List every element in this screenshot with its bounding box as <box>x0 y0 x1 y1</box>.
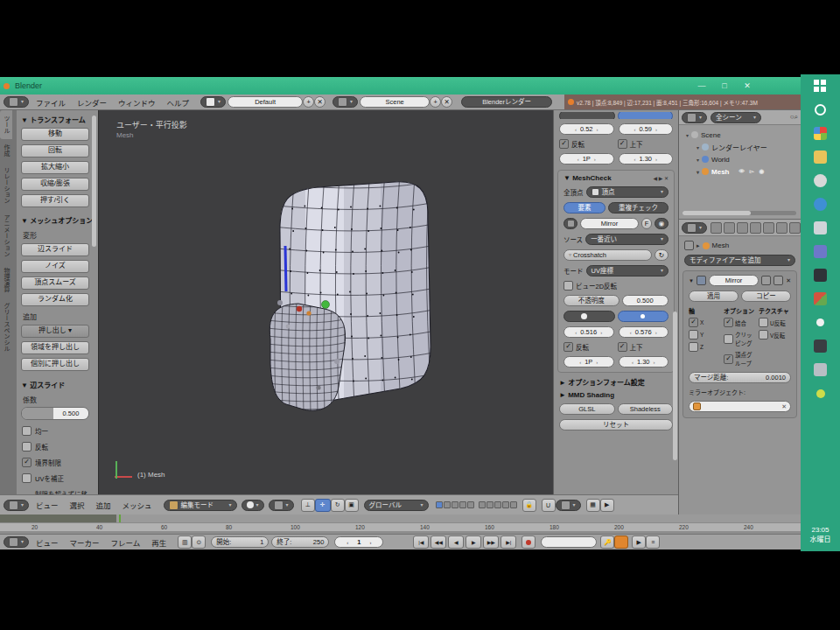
taskbar-icon-app[interactable] <box>801 216 840 240</box>
outliner-hscrollbar[interactable] <box>682 211 796 215</box>
tool-button-ランダム化[interactable]: ランダム化 <box>21 293 89 306</box>
restrict-icons[interactable]: 👁 ▻ ◉ <box>738 168 766 175</box>
add-modifier-dropdown[interactable]: モディファイアーを追加▾ <box>684 255 795 266</box>
shading-dropdown[interactable]: ▾ <box>242 500 264 511</box>
menu-メッシュ[interactable]: メッシュ <box>122 500 152 510</box>
mode-dropdown-side[interactable]: UV座標▾ <box>586 265 669 276</box>
screen-layout-icon-dropdown[interactable]: ▾ <box>200 96 226 108</box>
shelf-tab-アニメーション[interactable]: アニメーション <box>0 209 12 262</box>
editor-type-dropdown[interactable]: ▾ <box>4 96 29 108</box>
merge-limit-slider[interactable]: マージ距離: 0.0010 <box>689 372 791 383</box>
lock-icon[interactable]: 🔒 <box>522 499 536 512</box>
option-結合[interactable]: ✓結合 <box>724 318 756 327</box>
section-transform-title[interactable]: ▼ トランスフォーム <box>21 115 89 124</box>
menu-選択[interactable]: 選択 <box>70 500 85 510</box>
expander-icon[interactable]: ▾ <box>696 144 699 150</box>
outliner-item-レンダーレイヤー[interactable]: ▾レンダーレイヤー <box>682 141 797 153</box>
viewport-visibility-icon[interactable] <box>774 276 783 285</box>
scene-icon-dropdown[interactable]: ▾ <box>332 96 358 108</box>
window-titlebar[interactable]: Blender — □ ✕ <box>0 77 801 94</box>
glsl-button[interactable]: GLSL <box>559 403 615 415</box>
element-toggle[interactable]: 要素 <box>564 202 606 214</box>
record-button[interactable] <box>522 536 536 549</box>
properties-tab-constraints[interactable] <box>776 222 788 234</box>
option-Z[interactable]: Z <box>689 342 721 352</box>
frame-end-field[interactable]: 終了:250 <box>271 536 329 548</box>
layer-4[interactable] <box>459 501 466 508</box>
camera-icon-button[interactable]: ◉ <box>654 218 668 229</box>
value-field[interactable]: ‹0.516› <box>564 326 614 338</box>
overlap-check-button[interactable]: 重複チェック <box>608 202 668 214</box>
properties-tab-object[interactable] <box>763 222 774 234</box>
current-frame-field[interactable]: ‹1› <box>334 536 383 548</box>
layer-8[interactable] <box>494 501 501 508</box>
snap-element-dropdown[interactable]: ▾ <box>556 500 581 511</box>
orientation-dropdown[interactable]: グローバル▾ <box>364 500 429 511</box>
value-field[interactable]: ‹0.576› <box>619 326 669 338</box>
value-field[interactable]: ‹0.59› <box>619 123 674 135</box>
operator-check-境界制限[interactable]: ✓境界制限 <box>22 458 88 467</box>
tool-button-押す/引く[interactable]: 押す/引く <box>21 194 89 207</box>
tool-button-領域を押し出し[interactable]: 領域を押し出し <box>21 341 89 354</box>
option-V反転[interactable]: V反転 <box>759 330 791 340</box>
expander-icon[interactable]: ▾ <box>696 169 699 175</box>
sync-button[interactable]: ▶ <box>632 536 646 549</box>
shadeless-button[interactable]: Shadeless <box>618 403 674 415</box>
tool-button-頂点スムーズ[interactable]: 頂点スムーズ <box>21 276 89 290</box>
option-クリッピング[interactable]: クリッピング <box>724 330 756 347</box>
apply-button[interactable]: 適用 <box>689 290 738 302</box>
manipulator-scale-toggle[interactable]: ▣ <box>345 499 359 512</box>
taskbar-icon-clip[interactable] <box>801 358 840 382</box>
operator-panel-title[interactable]: ▼ 辺スライド <box>21 380 89 389</box>
mode-dropdown[interactable]: 編集モード▾ <box>164 500 237 511</box>
auto-keyframe-toggle[interactable] <box>614 536 628 549</box>
manipulator-toggle[interactable]: ✛ <box>315 499 331 512</box>
delete-modifier-icon[interactable]: ✕ <box>786 277 791 284</box>
value-field[interactable]: ‹1.30› <box>619 356 669 368</box>
taskbar-icon-edge[interactable] <box>801 192 840 216</box>
tool-button-ノイズ[interactable]: ノイズ <box>21 260 89 273</box>
slider-blue[interactable] <box>618 311 669 322</box>
mirror-object-field[interactable]: ✕ <box>689 401 791 412</box>
minimize-button[interactable]: — <box>690 81 713 90</box>
transport-jump-to-end[interactable]: ▶| <box>500 536 516 549</box>
expander-icon[interactable]: ▾ <box>686 132 689 138</box>
shelf-tab-グリースペンシル[interactable]: グリースペンシル <box>0 298 12 357</box>
snap-magnet-toggle[interactable]: U <box>542 499 556 512</box>
render-visibility-icon[interactable] <box>761 276 771 285</box>
opacity-label-button[interactable]: 不透明度 <box>564 295 620 306</box>
insert-keyframe-button[interactable]: 🔑 <box>600 536 614 549</box>
crosshatch-button[interactable]: ▿Crosshatch <box>564 249 652 261</box>
menu-フレーム[interactable]: フレーム <box>111 537 141 548</box>
pivot-dropdown[interactable]: ▾ <box>269 500 294 511</box>
operator-check-均一[interactable]: 均一 <box>22 426 88 436</box>
tool-button-移動[interactable]: 移動 <box>21 128 89 141</box>
operator-check-UVを補正[interactable]: UVを補正 <box>22 473 88 483</box>
value-field[interactable]: ‹0.52› <box>559 123 614 135</box>
collapsed-panel-options[interactable]: ► オプションフォーム設定 <box>559 377 645 387</box>
layer-5[interactable] <box>467 501 474 508</box>
screen-layout-field[interactable]: Default <box>228 96 303 108</box>
panel-title[interactable]: ▼ MeshCheck <box>564 174 612 182</box>
outliner-editor-dropdown[interactable]: ▾ <box>682 112 707 123</box>
reset-button[interactable]: リセット <box>559 419 673 430</box>
display-dropdown[interactable]: 頂点▾ <box>586 186 669 198</box>
transport-jump-to-start[interactable]: |◀ <box>413 536 429 549</box>
menu-再生[interactable]: 再生 <box>151 537 166 548</box>
properties-tab-scene[interactable] <box>737 222 748 234</box>
timeline-editor-dropdown[interactable]: ▾ <box>4 536 29 548</box>
render-engine-dropdown[interactable]: Blenderレンダー <box>461 96 552 108</box>
layer-10[interactable] <box>510 501 517 508</box>
modifier-name-field[interactable]: Mirror <box>709 275 759 286</box>
taskbar-icon-search[interactable] <box>801 98 840 122</box>
taskbar-icon-photos[interactable] <box>801 287 840 311</box>
taskbar-icon-pen[interactable] <box>801 263 840 287</box>
outliner-item-World[interactable]: ▾World <box>682 153 797 165</box>
taskbar-icon-color[interactable] <box>801 382 840 405</box>
option-頂点グループ[interactable]: ✓頂点グループ <box>724 350 756 368</box>
layer-9[interactable] <box>502 501 509 508</box>
factor-slider[interactable]: 0.500 <box>21 407 89 420</box>
scene-field[interactable]: Scene <box>360 96 430 108</box>
clear-object-icon[interactable]: ✕ <box>781 403 787 410</box>
loop-icon-button[interactable]: ↻ <box>654 249 668 261</box>
